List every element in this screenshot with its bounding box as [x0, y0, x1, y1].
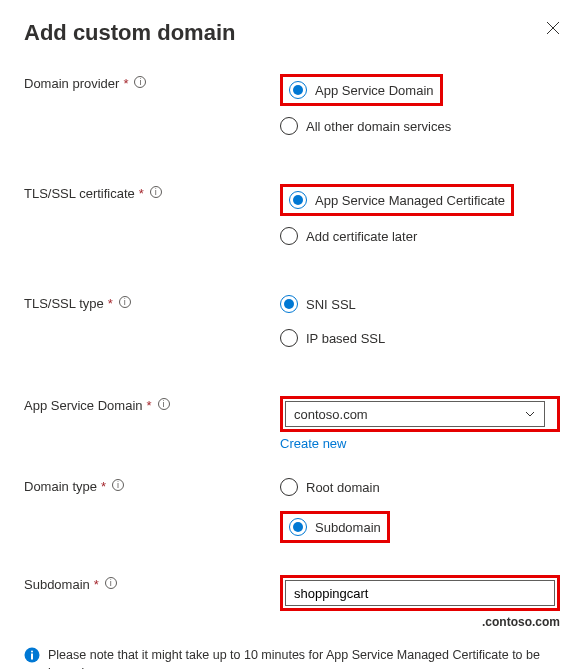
radio-label: Root domain: [306, 480, 380, 495]
required-marker: *: [139, 186, 144, 201]
close-icon: [546, 21, 560, 35]
radio-label: App Service Domain: [315, 83, 434, 98]
subdomain-label: Subdomain: [24, 577, 90, 592]
required-marker: *: [94, 577, 99, 592]
radio-ip-ssl[interactable]: [280, 329, 298, 347]
info-icon[interactable]: i: [158, 398, 170, 410]
radio-app-service-domain[interactable]: [289, 81, 307, 99]
app-service-domain-dropdown[interactable]: contoso.com: [285, 401, 545, 427]
radio-label: App Service Managed Certificate: [315, 193, 505, 208]
radio-root-domain[interactable]: [280, 478, 298, 496]
subdomain-input[interactable]: [285, 580, 555, 606]
radio-label: Add certificate later: [306, 229, 417, 244]
radio-subdomain[interactable]: [289, 518, 307, 536]
required-marker: *: [147, 398, 152, 413]
required-marker: *: [101, 479, 106, 494]
note-text: Please note that it might take up to 10 …: [48, 647, 561, 669]
required-marker: *: [123, 76, 128, 91]
close-button[interactable]: [545, 20, 561, 36]
highlight-box: App Service Managed Certificate: [280, 184, 514, 216]
info-icon[interactable]: i: [119, 296, 131, 308]
radio-label: All other domain services: [306, 119, 451, 134]
radio-label: SNI SSL: [306, 297, 356, 312]
highlight-box: Subdomain: [280, 511, 390, 543]
info-icon: [24, 647, 40, 663]
required-marker: *: [108, 296, 113, 311]
highlight-box: contoso.com: [280, 396, 560, 432]
radio-label: Subdomain: [315, 520, 381, 535]
page-title: Add custom domain: [24, 20, 235, 46]
domain-provider-label: Domain provider: [24, 76, 119, 91]
highlight-box: App Service Domain: [280, 74, 443, 106]
svg-rect-4: [31, 654, 33, 660]
radio-app-service-cert[interactable]: [289, 191, 307, 209]
radio-sni-ssl[interactable]: [280, 295, 298, 313]
chevron-down-icon: [524, 408, 536, 420]
svg-point-3: [31, 651, 33, 653]
create-new-link[interactable]: Create new: [280, 436, 346, 451]
tls-cert-label: TLS/SSL certificate: [24, 186, 135, 201]
radio-all-other-domains[interactable]: [280, 117, 298, 135]
info-icon[interactable]: i: [134, 76, 146, 88]
info-icon[interactable]: i: [150, 186, 162, 198]
dropdown-value: contoso.com: [294, 407, 368, 422]
info-icon[interactable]: i: [112, 479, 124, 491]
radio-label: IP based SSL: [306, 331, 385, 346]
radio-add-cert-later[interactable]: [280, 227, 298, 245]
app-service-domain-label: App Service Domain: [24, 398, 143, 413]
info-icon[interactable]: i: [105, 577, 117, 589]
highlight-box: [280, 575, 560, 611]
tls-type-label: TLS/SSL type: [24, 296, 104, 311]
domain-type-label: Domain type: [24, 479, 97, 494]
subdomain-suffix: .contoso.com: [280, 615, 560, 629]
